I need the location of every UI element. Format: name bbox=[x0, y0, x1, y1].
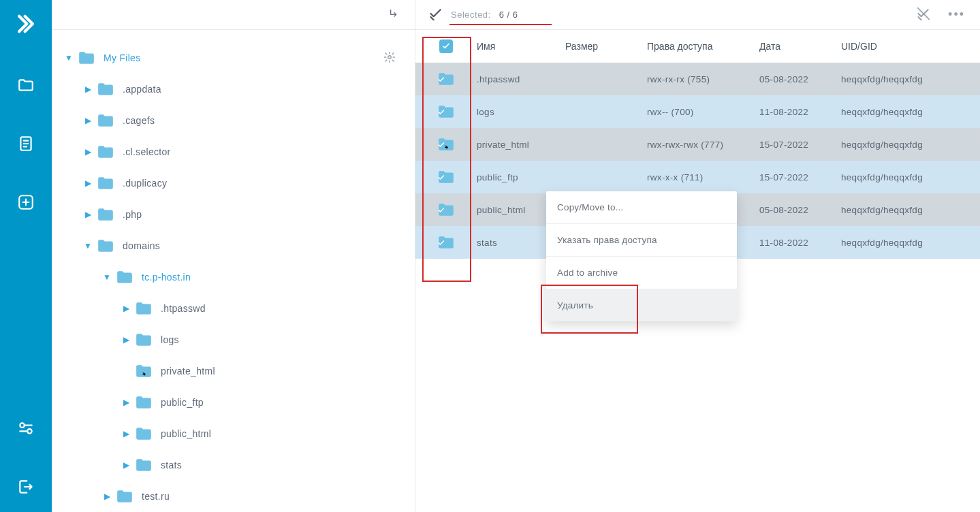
nav-add-icon[interactable] bbox=[17, 193, 35, 211]
tree-item[interactable]: ▶public_ftp bbox=[52, 387, 415, 418]
tree-item[interactable]: ▶.cagefs bbox=[52, 105, 415, 136]
folder-icon bbox=[116, 270, 133, 285]
sidebar-redirect-icon[interactable] bbox=[389, 8, 400, 21]
deselect-all-icon[interactable] bbox=[917, 7, 930, 22]
row-name: public_ftp bbox=[477, 172, 565, 182]
tree-item-label: stats bbox=[161, 460, 182, 470]
nav-logout-icon[interactable] bbox=[17, 478, 35, 496]
caret-down-icon[interactable]: ▼ bbox=[64, 53, 74, 63]
row-date: 15-07-2022 bbox=[759, 172, 841, 182]
caret-icon[interactable]: ▶ bbox=[83, 84, 93, 94]
selected-label: Selected: bbox=[451, 10, 491, 20]
folder-icon bbox=[97, 113, 114, 128]
tree-item-label: logs bbox=[161, 334, 179, 345]
file-table: Имя Размер Права доступа Дата UID/GID .h… bbox=[415, 30, 980, 259]
caret-icon[interactable]: ▶ bbox=[102, 492, 112, 501]
tree-item[interactable]: ▶.duplicacy bbox=[52, 167, 415, 199]
row-folder-icon[interactable] bbox=[415, 235, 477, 250]
folder-icon bbox=[135, 395, 153, 410]
sidebar-toolbar bbox=[52, 0, 415, 30]
folder-icon bbox=[97, 207, 114, 222]
row-name: .htpasswd bbox=[477, 74, 565, 84]
row-uid: heqqxfdg/heqqxfdg bbox=[841, 140, 980, 150]
table-row[interactable]: public_ftprwx-x-x (711)15-07-2022heqqxfd… bbox=[415, 161, 980, 193]
select-all-icon[interactable] bbox=[429, 7, 443, 22]
tree-item[interactable]: ▶logs bbox=[52, 324, 415, 355]
row-folder-icon[interactable] bbox=[415, 71, 477, 86]
header-checkbox[interactable] bbox=[439, 39, 453, 53]
tree-item[interactable]: ▶public_html bbox=[52, 418, 415, 449]
topbar: Selected: 6 / 6 ••• bbox=[415, 0, 980, 30]
context-menu-item[interactable]: Copy/Move to... bbox=[546, 191, 737, 224]
table-row[interactable]: private_htmlrwx-rwx-rwx (777)15-07-2022h… bbox=[415, 128, 980, 161]
folder-icon bbox=[97, 82, 114, 97]
tree-item-label: .cagefs bbox=[123, 115, 155, 126]
row-folder-icon[interactable] bbox=[415, 170, 477, 185]
tree-item[interactable]: ▶.php bbox=[52, 199, 415, 230]
row-uid: heqqxfdg/heqqxfdg bbox=[841, 172, 980, 182]
caret-icon[interactable]: ▶ bbox=[121, 335, 131, 345]
nav-settings-icon[interactable] bbox=[17, 419, 35, 437]
tree-item-label: domains bbox=[123, 240, 160, 251]
folder-icon bbox=[116, 489, 133, 504]
annotation-selected-underline bbox=[449, 24, 552, 25]
nav-doc-icon[interactable] bbox=[17, 135, 35, 153]
tree-item[interactable]: ▶.appdata bbox=[52, 74, 415, 105]
row-date: 11-08-2022 bbox=[759, 238, 841, 248]
svg-point-4 bbox=[388, 55, 392, 59]
caret-icon[interactable]: ▶ bbox=[83, 210, 93, 219]
tree-item-label: .cl.selector bbox=[123, 146, 171, 157]
th-size[interactable]: Размер bbox=[565, 41, 647, 52]
gear-icon[interactable] bbox=[383, 51, 396, 65]
tree-item-label: tc.p-host.in bbox=[142, 272, 191, 283]
row-date: 11-08-2022 bbox=[759, 107, 841, 117]
caret-icon[interactable]: ▶ bbox=[83, 116, 93, 125]
caret-icon[interactable]: ▶ bbox=[121, 429, 131, 438]
row-folder-icon[interactable] bbox=[415, 104, 477, 119]
row-perm: rwx-rx-rx (755) bbox=[647, 74, 759, 84]
th-name[interactable]: Имя bbox=[477, 41, 565, 52]
row-perm: rwx-x-x (711) bbox=[647, 172, 759, 182]
tree-item-label: public_html bbox=[161, 428, 211, 439]
row-uid: heqqxfdg/heqqxfdg bbox=[841, 74, 980, 84]
folder-icon bbox=[97, 176, 114, 191]
row-uid: heqqxfdg/heqqxfdg bbox=[841, 107, 980, 117]
context-menu-item[interactable]: Add to archive bbox=[546, 257, 737, 289]
row-date: 05-08-2022 bbox=[759, 74, 841, 84]
row-folder-icon[interactable] bbox=[415, 202, 477, 217]
left-nav bbox=[0, 0, 52, 512]
nav-files-icon[interactable] bbox=[17, 76, 35, 94]
more-icon[interactable]: ••• bbox=[948, 7, 965, 22]
tree-item[interactable]: ▼tc.p-host.in bbox=[52, 261, 415, 293]
tree-item[interactable]: ▶stats bbox=[52, 449, 415, 481]
tree-item-label: test.ru bbox=[142, 491, 170, 502]
row-date: 15-07-2022 bbox=[759, 140, 841, 150]
th-uid[interactable]: UID/GID bbox=[841, 41, 980, 52]
context-menu-item[interactable]: Удалить bbox=[546, 289, 737, 321]
table-row[interactable]: logsrwx-- (700)11-08-2022heqqxfdg/heqqxf… bbox=[415, 95, 980, 128]
caret-icon[interactable]: ▶ bbox=[83, 178, 93, 188]
row-perm: rwx-- (700) bbox=[647, 107, 759, 117]
caret-icon[interactable]: ▶ bbox=[121, 460, 131, 470]
caret-icon[interactable]: ▼ bbox=[83, 241, 93, 251]
th-date[interactable]: Дата bbox=[759, 41, 841, 52]
caret-icon[interactable]: ▼ bbox=[102, 272, 112, 282]
caret-icon[interactable]: ▶ bbox=[121, 398, 131, 407]
tree-item[interactable]: ▼domains bbox=[52, 230, 415, 261]
tree-item-label: .appdata bbox=[123, 84, 161, 95]
caret-icon[interactable]: ▶ bbox=[83, 147, 93, 157]
row-folder-icon[interactable] bbox=[415, 137, 477, 152]
tree-item[interactable]: ▶.cl.selector bbox=[52, 136, 415, 167]
table-row[interactable]: .htpasswdrwx-rx-rx (755)05-08-2022heqqxf… bbox=[415, 63, 980, 95]
th-perm[interactable]: Права доступа bbox=[647, 41, 759, 52]
tree-item[interactable]: ▶test.ru bbox=[52, 481, 415, 512]
folder-icon bbox=[135, 364, 153, 379]
tree-item-label: .htpasswd bbox=[161, 303, 206, 314]
folder-icon bbox=[135, 332, 153, 347]
caret-icon[interactable]: ▶ bbox=[121, 304, 131, 313]
tree-root[interactable]: ▼My Files bbox=[52, 42, 415, 74]
tree-item-label: private_html bbox=[161, 366, 215, 377]
tree-item[interactable]: ▶.htpasswd bbox=[52, 293, 415, 324]
tree-item[interactable]: ▶private_html bbox=[52, 355, 415, 387]
context-menu-item[interactable]: Указать права доступа bbox=[546, 224, 737, 257]
